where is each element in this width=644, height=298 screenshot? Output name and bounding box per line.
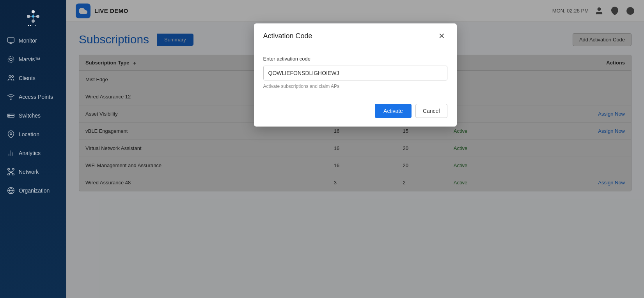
sidebar-item-organization[interactable]: Organization (0, 181, 66, 200)
svg-rect-10 (8, 38, 14, 43)
location-icon (7, 130, 15, 138)
sidebar-item-label: Switches (19, 112, 41, 119)
sidebar-item-access-points[interactable]: Access Points (0, 87, 66, 106)
sidebar-navigation: Monitor Marvis™ Clients Access Points (0, 31, 66, 298)
activation-code-input[interactable] (263, 66, 447, 80)
svg-text:Mist: Mist (28, 24, 36, 26)
sidebar-item-label: Clients (19, 75, 35, 81)
sidebar-item-network[interactable]: Network (0, 162, 66, 181)
svg-point-2 (36, 15, 39, 18)
sidebar-item-analytics[interactable]: Analytics (0, 144, 66, 162)
modal-label: Enter activation code (263, 56, 447, 62)
activate-button[interactable]: Activate (375, 104, 412, 118)
organization-icon (7, 187, 15, 195)
svg-rect-29 (8, 174, 10, 175)
activation-code-modal: Activation Code ✕ Enter activation code … (254, 23, 457, 127)
sidebar-item-clients[interactable]: Clients (0, 69, 66, 87)
svg-point-0 (32, 10, 35, 13)
modal-header: Activation Code ✕ (254, 23, 457, 47)
modal-hint: Activate subscriptions and claim APs (263, 84, 447, 89)
svg-rect-26 (8, 169, 10, 170)
svg-line-36 (11, 173, 13, 174)
svg-rect-28 (10, 171, 12, 172)
svg-point-14 (8, 57, 14, 62)
sidebar-item-marvis[interactable]: Marvis™ (0, 50, 66, 69)
main-area: LIVE DEMO MON, 02:28 PM Subscriptions Su… (66, 0, 644, 298)
modal-body: Enter activation code Activate subscript… (254, 47, 457, 98)
modal-overlay: Activation Code ✕ Enter activation code … (66, 0, 644, 298)
sidebar-logo: Mist (0, 0, 66, 31)
svg-rect-30 (12, 174, 14, 175)
monitor-icon (7, 37, 15, 45)
svg-point-13 (10, 58, 12, 61)
sidebar-item-label: Organization (19, 187, 50, 194)
sidebar-item-label: Analytics (19, 150, 41, 156)
network-icon (7, 168, 15, 176)
sidebar-item-switches[interactable]: Switches (0, 106, 66, 125)
svg-point-20 (9, 114, 9, 115)
sidebar-item-label: Marvis™ (19, 56, 40, 62)
cancel-button[interactable]: Cancel (415, 104, 447, 118)
sidebar-item-location[interactable]: Location (0, 125, 66, 144)
svg-rect-27 (12, 169, 14, 170)
analytics-icon (7, 149, 15, 157)
modal-title: Activation Code (263, 32, 312, 40)
svg-point-1 (27, 15, 30, 18)
svg-point-15 (9, 75, 11, 77)
sidebar-item-label: Network (19, 169, 39, 175)
modal-footer: Activate Cancel (254, 98, 457, 127)
clients-icon (7, 74, 15, 82)
modal-close-button[interactable]: ✕ (436, 30, 447, 41)
svg-point-4 (32, 15, 34, 18)
svg-point-3 (32, 20, 35, 23)
svg-point-17 (11, 99, 11, 100)
sidebar: Mist Monitor Marvis™ Clients (0, 0, 66, 298)
sidebar-item-label: Monitor (19, 37, 37, 44)
marvis-icon (7, 55, 15, 63)
svg-point-22 (10, 133, 12, 135)
svg-line-35 (9, 173, 11, 174)
sidebar-item-label: Location (19, 131, 39, 137)
svg-point-16 (12, 75, 14, 77)
sidebar-item-monitor[interactable]: Monitor (0, 31, 66, 50)
svg-point-21 (9, 116, 9, 117)
sidebar-item-label: Access Points (19, 94, 53, 100)
access-points-icon (7, 93, 15, 101)
switches-icon (7, 112, 15, 120)
